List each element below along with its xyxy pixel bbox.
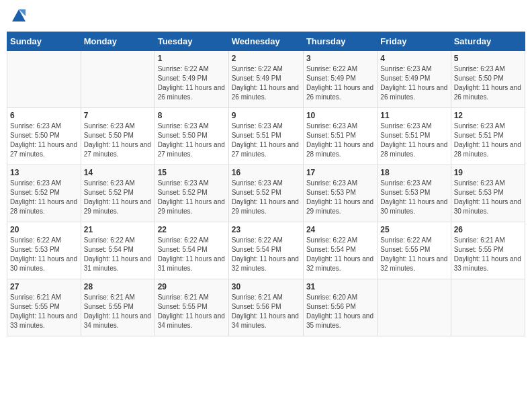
- calendar-cell: 22Sunrise: 6:22 AM Sunset: 5:54 PM Dayli…: [154, 222, 228, 279]
- cell-info: Sunrise: 6:23 AM Sunset: 5:53 PM Dayligh…: [380, 179, 447, 216]
- logo: [9, 7, 27, 26]
- calendar-cell: 11Sunrise: 6:23 AM Sunset: 5:51 PM Dayli…: [378, 108, 451, 165]
- calendar-cell: 27Sunrise: 6:21 AM Sunset: 5:55 PM Dayli…: [7, 279, 81, 336]
- day-number: 13: [10, 168, 78, 177]
- cell-info: Sunrise: 6:22 AM Sunset: 5:53 PM Dayligh…: [10, 236, 78, 273]
- calendar-cell: 17Sunrise: 6:23 AM Sunset: 5:53 PM Dayli…: [303, 165, 377, 222]
- cell-info: Sunrise: 6:23 AM Sunset: 5:53 PM Dayligh…: [454, 179, 522, 216]
- calendar-cell: 1Sunrise: 6:22 AM Sunset: 5:49 PM Daylig…: [154, 51, 228, 108]
- calendar-cell: 19Sunrise: 6:23 AM Sunset: 5:53 PM Dayli…: [451, 165, 525, 222]
- calendar-cell: 3Sunrise: 6:22 AM Sunset: 5:49 PM Daylig…: [303, 51, 377, 108]
- header-day-saturday: Saturday: [451, 32, 525, 51]
- cell-info: Sunrise: 6:22 AM Sunset: 5:54 PM Dayligh…: [306, 236, 374, 273]
- day-number: 25: [380, 225, 447, 234]
- calendar-cell: 10Sunrise: 6:23 AM Sunset: 5:51 PM Dayli…: [303, 108, 377, 165]
- cell-info: Sunrise: 6:23 AM Sunset: 5:50 PM Dayligh…: [10, 122, 78, 159]
- day-number: 9: [232, 111, 300, 120]
- calendar-body: 1Sunrise: 6:22 AM Sunset: 5:49 PM Daylig…: [7, 51, 525, 336]
- cell-info: Sunrise: 6:20 AM Sunset: 5:56 PM Dayligh…: [306, 293, 374, 330]
- cell-info: Sunrise: 6:23 AM Sunset: 5:52 PM Dayligh…: [232, 179, 300, 216]
- calendar-cell: 16Sunrise: 6:23 AM Sunset: 5:52 PM Dayli…: [228, 165, 303, 222]
- cell-info: Sunrise: 6:21 AM Sunset: 5:56 PM Dayligh…: [232, 293, 300, 330]
- cell-info: Sunrise: 6:22 AM Sunset: 5:49 PM Dayligh…: [306, 64, 374, 102]
- cell-info: Sunrise: 6:23 AM Sunset: 5:50 PM Dayligh…: [158, 122, 226, 159]
- day-number: 2: [232, 54, 300, 63]
- calendar-cell: [7, 51, 81, 108]
- calendar-cell: 7Sunrise: 6:23 AM Sunset: 5:50 PM Daylig…: [81, 108, 154, 165]
- calendar-cell: 14Sunrise: 6:23 AM Sunset: 5:52 PM Dayli…: [81, 165, 154, 222]
- day-number: 23: [232, 225, 300, 234]
- day-number: 12: [454, 111, 522, 120]
- calendar-week-2: 6Sunrise: 6:23 AM Sunset: 5:50 PM Daylig…: [7, 108, 525, 165]
- calendar-week-4: 20Sunrise: 6:22 AM Sunset: 5:53 PM Dayli…: [7, 222, 525, 279]
- day-number: 20: [10, 225, 78, 234]
- day-number: 16: [232, 168, 300, 177]
- header-day-wednesday: Wednesday: [228, 32, 303, 51]
- cell-info: Sunrise: 6:23 AM Sunset: 5:49 PM Dayligh…: [380, 64, 447, 102]
- cell-info: Sunrise: 6:23 AM Sunset: 5:51 PM Dayligh…: [306, 122, 374, 159]
- day-number: 15: [158, 168, 226, 177]
- day-number: 1: [158, 54, 226, 63]
- calendar-cell: 21Sunrise: 6:22 AM Sunset: 5:54 PM Dayli…: [81, 222, 154, 279]
- calendar-cell: 20Sunrise: 6:22 AM Sunset: 5:53 PM Dayli…: [7, 222, 81, 279]
- calendar-cell: 9Sunrise: 6:23 AM Sunset: 5:51 PM Daylig…: [228, 108, 303, 165]
- day-number: 28: [84, 282, 152, 291]
- day-number: 5: [454, 54, 522, 63]
- cell-info: Sunrise: 6:22 AM Sunset: 5:54 PM Dayligh…: [158, 236, 226, 273]
- calendar-cell: 18Sunrise: 6:23 AM Sunset: 5:53 PM Dayli…: [378, 165, 451, 222]
- header-day-monday: Monday: [81, 32, 154, 51]
- day-number: 14: [84, 168, 152, 177]
- calendar-header: SundayMondayTuesdayWednesdayThursdayFrid…: [7, 32, 525, 51]
- calendar-week-5: 27Sunrise: 6:21 AM Sunset: 5:55 PM Dayli…: [7, 279, 525, 336]
- page-header: [7, 7, 525, 26]
- cell-info: Sunrise: 6:21 AM Sunset: 5:55 PM Dayligh…: [10, 293, 78, 330]
- header-day-thursday: Thursday: [303, 32, 377, 51]
- cell-info: Sunrise: 6:23 AM Sunset: 5:50 PM Dayligh…: [84, 122, 152, 159]
- calendar-cell: 25Sunrise: 6:22 AM Sunset: 5:55 PM Dayli…: [378, 222, 451, 279]
- cell-info: Sunrise: 6:21 AM Sunset: 5:55 PM Dayligh…: [84, 293, 152, 330]
- day-number: 31: [306, 282, 374, 291]
- calendar-cell: 6Sunrise: 6:23 AM Sunset: 5:50 PM Daylig…: [7, 108, 81, 165]
- cell-info: Sunrise: 6:23 AM Sunset: 5:51 PM Dayligh…: [232, 122, 300, 159]
- logo-icon: [11, 7, 27, 23]
- cell-info: Sunrise: 6:23 AM Sunset: 5:50 PM Dayligh…: [454, 64, 522, 102]
- day-number: 3: [306, 54, 374, 63]
- day-number: 29: [158, 282, 226, 291]
- day-number: 4: [380, 54, 447, 63]
- day-number: 21: [84, 225, 152, 234]
- day-number: 8: [158, 111, 226, 120]
- day-number: 11: [380, 111, 447, 120]
- cell-info: Sunrise: 6:22 AM Sunset: 5:49 PM Dayligh…: [158, 64, 226, 102]
- calendar-cell: 26Sunrise: 6:21 AM Sunset: 5:55 PM Dayli…: [451, 222, 525, 279]
- calendar-week-1: 1Sunrise: 6:22 AM Sunset: 5:49 PM Daylig…: [7, 51, 525, 108]
- day-number: 27: [10, 282, 78, 291]
- day-number: 7: [84, 111, 152, 120]
- day-number: 30: [232, 282, 300, 291]
- cell-info: Sunrise: 6:22 AM Sunset: 5:55 PM Dayligh…: [380, 236, 447, 273]
- day-number: 6: [10, 111, 78, 120]
- cell-info: Sunrise: 6:23 AM Sunset: 5:52 PM Dayligh…: [84, 179, 152, 216]
- calendar-cell: 8Sunrise: 6:23 AM Sunset: 5:50 PM Daylig…: [154, 108, 228, 165]
- calendar-cell: 15Sunrise: 6:23 AM Sunset: 5:52 PM Dayli…: [154, 165, 228, 222]
- calendar-cell: 24Sunrise: 6:22 AM Sunset: 5:54 PM Dayli…: [303, 222, 377, 279]
- header-day-friday: Friday: [378, 32, 451, 51]
- calendar-table: SundayMondayTuesdayWednesdayThursdayFrid…: [7, 32, 525, 336]
- cell-info: Sunrise: 6:23 AM Sunset: 5:52 PM Dayligh…: [158, 179, 226, 216]
- cell-info: Sunrise: 6:21 AM Sunset: 5:55 PM Dayligh…: [454, 236, 522, 273]
- cell-info: Sunrise: 6:23 AM Sunset: 5:52 PM Dayligh…: [10, 179, 78, 216]
- calendar-week-3: 13Sunrise: 6:23 AM Sunset: 5:52 PM Dayli…: [7, 165, 525, 222]
- day-number: 22: [158, 225, 226, 234]
- header-day-sunday: Sunday: [7, 32, 81, 51]
- cell-info: Sunrise: 6:22 AM Sunset: 5:54 PM Dayligh…: [232, 236, 300, 273]
- cell-info: Sunrise: 6:23 AM Sunset: 5:53 PM Dayligh…: [306, 179, 374, 216]
- day-number: 19: [454, 168, 522, 177]
- calendar-cell: 30Sunrise: 6:21 AM Sunset: 5:56 PM Dayli…: [228, 279, 303, 336]
- calendar-cell: [81, 51, 154, 108]
- header-row: SundayMondayTuesdayWednesdayThursdayFrid…: [7, 32, 525, 51]
- calendar-cell: 23Sunrise: 6:22 AM Sunset: 5:54 PM Dayli…: [228, 222, 303, 279]
- day-number: 26: [454, 225, 522, 234]
- day-number: 17: [306, 168, 374, 177]
- calendar-cell: 28Sunrise: 6:21 AM Sunset: 5:55 PM Dayli…: [81, 279, 154, 336]
- cell-info: Sunrise: 6:23 AM Sunset: 5:51 PM Dayligh…: [380, 122, 447, 159]
- logo-wordmark: [9, 7, 27, 26]
